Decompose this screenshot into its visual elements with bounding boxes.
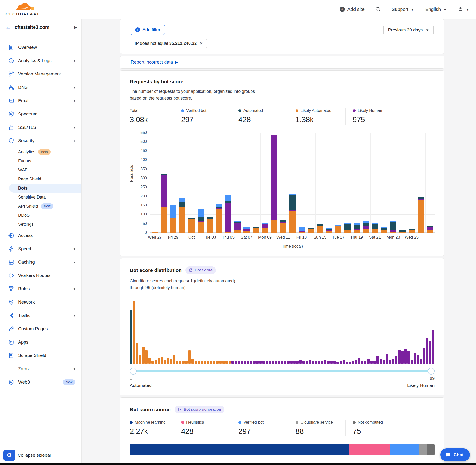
segment-likely-automated [289, 211, 296, 232]
hist-bar-score-86 [392, 359, 394, 364]
sidebar-item-overview[interactable]: Overview [0, 41, 81, 54]
sidebar-subitem-page-shield[interactable]: Page Shield [0, 175, 81, 184]
slider-handle-min[interactable] [130, 368, 137, 375]
sidebar-item-rules[interactable]: Rules▾ [0, 282, 81, 296]
chevron-right-icon[interactable]: ▶ [74, 25, 77, 30]
hist-bar-score-62 [318, 361, 320, 363]
hist-bar-score-10 [158, 358, 160, 364]
site-header: ← cftestsite3.com ▶ [0, 19, 81, 36]
cloudflare-cloud-icon [10, 2, 36, 13]
sidebar-item-spectrum[interactable]: Spectrum [0, 107, 81, 121]
sidebar-item-caching[interactable]: Caching▾ [0, 255, 81, 269]
sidebar-subitem-settings[interactable]: Settings [0, 220, 81, 229]
sidebar-item-custom-pages[interactable]: Custom Pages [0, 322, 81, 336]
hist-bar-score-19 [185, 361, 188, 363]
stat-label[interactable]: Verified bot [186, 108, 206, 113]
hist-bar-score-55 [296, 361, 299, 363]
hist-bar-score-37 [241, 361, 243, 363]
stacked-bar-oct-02 [198, 209, 204, 232]
stat-label[interactable]: Likely Human [358, 108, 382, 113]
hist-bar-score-51 [284, 361, 286, 363]
back-arrow-icon[interactable]: ← [5, 24, 15, 31]
segment-verified-bot [170, 205, 176, 218]
plus-icon: + [339, 7, 345, 12]
stacked-bar-oct-12 [289, 194, 296, 232]
sidebar-subitem-waf[interactable]: WAF [0, 166, 81, 175]
bot-score-generation-docs-badge[interactable]: Bot score generation [175, 406, 224, 413]
sidebar-item-apps[interactable]: Apps [0, 336, 81, 349]
sidebar-item-network[interactable]: Network [0, 296, 81, 309]
language-menu[interactable]: English▼ [425, 7, 447, 12]
hist-bar-score-56 [299, 360, 302, 363]
hist-bar-score-3 [136, 343, 138, 363]
sidebar-item-ssl-tls[interactable]: SSL/TLS▾ [0, 121, 81, 134]
segment-verified-bot [179, 198, 186, 202]
sidebar-item-zaraz[interactable]: Zaraz▾ [0, 362, 81, 375]
sidebar-item-email[interactable]: Email▾ [0, 94, 81, 107]
hist-bar-score-48 [275, 361, 277, 363]
sidebar-item-security[interactable]: Security▴ [0, 134, 81, 147]
stacked-bar-oct-17 [335, 225, 341, 232]
stat-label[interactable]: Verified bot [243, 420, 264, 425]
date-range-dropdown[interactable]: Previous 30 days ▼ [383, 25, 434, 35]
hist-bar-score-26 [207, 361, 209, 363]
hist-bar-score-75 [358, 358, 360, 364]
sidebar-subitem-api-shield[interactable]: API ShieldNew [0, 202, 81, 211]
sidebar-item-version-management[interactable]: Version Management [0, 67, 81, 81]
chat-button[interactable]: Chat [440, 448, 470, 461]
source-segment-verified-bot [390, 444, 419, 455]
sidebar-item-workers-routes[interactable]: Workers Routes [0, 269, 81, 282]
sidebar-item-dns[interactable]: DNS▾ [0, 81, 81, 94]
slider-captions: Automated Likely Human [130, 383, 434, 388]
network-icon [8, 299, 14, 306]
sidebar-item-traffic[interactable]: Traffic▾ [0, 309, 81, 322]
y-tick-label: 450 [140, 148, 147, 153]
cloudflare-logo[interactable]: CLOUDFLARE [5, 2, 41, 17]
sidebar-item-speed[interactable]: Speed▾ [0, 242, 81, 255]
y-tick-label: 400 [140, 158, 147, 162]
sidebar-item-web3[interactable]: Web3New [0, 375, 81, 389]
stat-label[interactable]: Likely Automated [300, 108, 331, 113]
chevron-down-icon: ▾ [74, 99, 75, 103]
hist-bar-score-39 [247, 361, 249, 363]
top-nav: + Add site Support▼ English▼ ▼ [339, 6, 469, 12]
sidebar-subitem-events[interactable]: Events [0, 157, 81, 166]
stat-label[interactable]: Heuristics [186, 420, 204, 425]
apps-icon [8, 339, 14, 346]
report-incorrect-data-link[interactable]: Report incorrect data ▶ [131, 60, 178, 65]
support-menu[interactable]: Support▼ [392, 7, 414, 12]
hist-bar-score-9 [155, 360, 157, 363]
sidebar-subitem-sensitive-data[interactable]: Sensitive Data [0, 193, 81, 202]
source-stats-row: Machine learning2.27kHeuristics428Verifi… [130, 420, 434, 436]
sidebar-subitem-analytics[interactable]: AnalyticsBeta [0, 147, 81, 157]
segment-likely-automated [299, 232, 305, 232]
collapse-sidebar-button[interactable]: Collapse sidebar [18, 453, 52, 458]
add-filter-button[interactable]: + Add filter [131, 25, 165, 35]
sidebar-item-access[interactable]: Access [0, 229, 81, 242]
rules-icon [8, 286, 14, 292]
bot-score-docs-badge[interactable]: Bot Score [186, 266, 216, 274]
hist-bar-score-73 [352, 361, 354, 363]
stat-label[interactable]: Machine learning [135, 420, 166, 425]
account-menu[interactable]: ▼ [458, 6, 469, 12]
search-button[interactable] [376, 7, 381, 12]
legend-dot [130, 421, 133, 424]
sidebar-item-analytics-logs[interactable]: Analytics & Logs▾ [0, 54, 81, 67]
stat-label[interactable]: Not computed [358, 420, 383, 425]
stat-label[interactable]: Automated [243, 108, 263, 113]
stat-label[interactable]: Cloudflare service [300, 420, 333, 425]
settings-gear-button[interactable]: ⚙ [3, 450, 15, 461]
stat-verified-bot: Verified bot297 [231, 420, 288, 436]
slider-handle-max[interactable] [428, 368, 434, 375]
hist-bar-score-14 [170, 359, 172, 364]
chevron-down-icon: ▾ [74, 59, 75, 63]
sidebar-subitem-ddos[interactable]: DDoS [0, 211, 81, 220]
stat-value: 297 [238, 427, 281, 436]
slider-track[interactable] [131, 370, 433, 372]
sidebar-subitem-bots[interactable]: Bots [9, 184, 81, 193]
filter-chip[interactable]: IP does not equal 35.212.240.32 ✕ [131, 39, 207, 48]
hist-bar-score-35 [234, 361, 237, 363]
sidebar-item-scrape-shield[interactable]: Scrape Shield [0, 349, 81, 362]
close-icon[interactable]: ✕ [200, 41, 203, 46]
add-site-button[interactable]: + Add site [339, 7, 364, 12]
